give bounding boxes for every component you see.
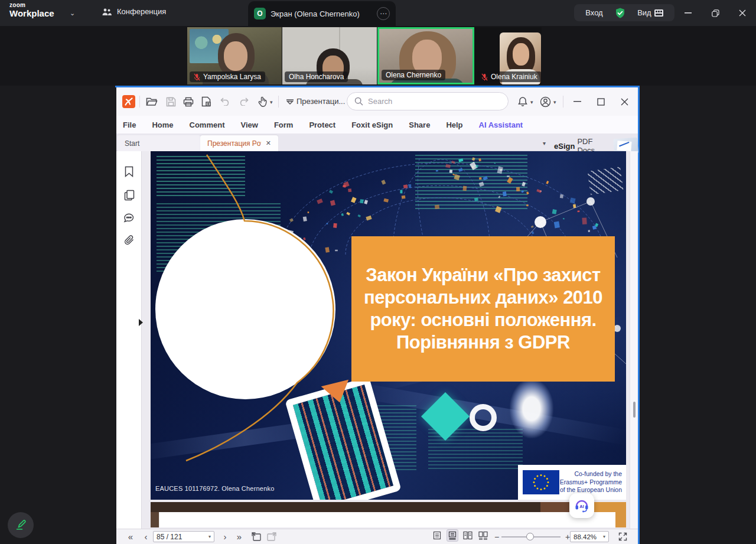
eu-funding-line: Co-funded by the bbox=[559, 470, 622, 478]
print-button[interactable] bbox=[181, 95, 195, 109]
screen-tab-badge: O bbox=[254, 8, 266, 19]
quick-doc-label[interactable]: Презентаци... bbox=[296, 97, 345, 106]
ai-assistant-fab[interactable]: AI bbox=[569, 493, 594, 518]
comments-panel-icon[interactable] bbox=[123, 211, 135, 224]
account-caret-icon[interactable]: ▾ bbox=[553, 99, 556, 105]
esign-promo-bold: eSign bbox=[554, 142, 575, 151]
signin-button[interactable]: Вход bbox=[585, 8, 602, 17]
shield-check-icon[interactable] bbox=[614, 7, 626, 19]
menu-ai-assistant[interactable]: AI Assistant bbox=[479, 120, 523, 129]
participant-name-text: Olha Honcharova bbox=[289, 73, 344, 81]
screen-tab-label: Экран (Olena Chernenko) bbox=[271, 9, 372, 18]
annotate-button[interactable] bbox=[8, 512, 34, 538]
search-icon bbox=[354, 97, 363, 106]
ai-fab-label: AI bbox=[579, 504, 584, 509]
minimize-button[interactable] bbox=[674, 0, 702, 26]
tab-list-caret-icon[interactable]: ▾ bbox=[543, 140, 546, 146]
participant-name: Olena Chernenko bbox=[382, 70, 445, 80]
foxit-maximize-button[interactable] bbox=[594, 95, 608, 109]
zoom-out-button[interactable]: − bbox=[493, 529, 501, 544]
eu-funding-line: of the European Union bbox=[559, 486, 622, 494]
slide-ring-graphic bbox=[470, 404, 497, 431]
eu-funding-text: Co-funded by the Erasmus+ Programme of t… bbox=[559, 470, 626, 494]
menu-share[interactable]: Share bbox=[409, 120, 430, 129]
scrollbar-thumb[interactable] bbox=[633, 402, 636, 418]
next-view-button[interactable] bbox=[265, 529, 278, 544]
close-button[interactable] bbox=[729, 0, 756, 26]
screen-share-tab[interactable]: O Экран (Olena Chernenko) ⋯ bbox=[248, 1, 396, 26]
attachments-panel-icon[interactable] bbox=[123, 234, 135, 246]
foxit-minimize-button[interactable] bbox=[570, 95, 584, 109]
zoom-level-box[interactable]: 88.42% ▾ bbox=[570, 531, 609, 542]
participants-icon bbox=[102, 8, 112, 16]
restore-button[interactable] bbox=[702, 0, 729, 26]
collapse-toolbar-icon[interactable] bbox=[283, 95, 297, 109]
panel-expand-handle[interactable] bbox=[139, 319, 143, 326]
chevron-down-icon[interactable]: ⌄ bbox=[70, 9, 75, 17]
hand-tool-caret-icon[interactable]: ▾ bbox=[270, 99, 273, 105]
foxit-logo bbox=[122, 95, 135, 108]
hand-tool-button[interactable] bbox=[256, 95, 270, 109]
menu-file[interactable]: File bbox=[123, 120, 136, 129]
notifications-bell-icon[interactable] bbox=[516, 95, 530, 109]
tab-presentation[interactable]: Презентация Powe... ✕ bbox=[200, 135, 278, 151]
facing-continuous-view-button[interactable] bbox=[477, 529, 489, 542]
redo-button[interactable] bbox=[237, 95, 251, 109]
bookmarks-panel-icon[interactable] bbox=[123, 165, 135, 178]
zoom-workplace-logo: zoom Workplace bbox=[9, 2, 54, 18]
search-box[interactable] bbox=[347, 92, 509, 110]
create-pdf-button[interactable] bbox=[199, 95, 213, 109]
tab-close-icon[interactable]: ✕ bbox=[266, 139, 271, 147]
page-caret-icon[interactable]: ▾ bbox=[208, 534, 211, 539]
divider bbox=[278, 96, 279, 108]
foxit-pdf-window: ▾ Презентаци... ▾ ▾ File Home bbox=[116, 87, 638, 544]
save-button[interactable] bbox=[164, 95, 178, 109]
search-input[interactable] bbox=[368, 97, 486, 106]
next-page-button[interactable]: › bbox=[220, 529, 230, 544]
menu-form[interactable]: Form bbox=[274, 120, 294, 129]
next-slide-body bbox=[159, 512, 615, 527]
video-tile[interactable]: Olha Honcharova bbox=[282, 27, 377, 84]
video-tile[interactable]: Yampolska Larysa bbox=[187, 27, 282, 84]
video-tile-active-speaker[interactable]: Olena Chernenko bbox=[377, 27, 474, 84]
first-page-button[interactable]: « bbox=[125, 529, 136, 544]
pencil-icon bbox=[14, 519, 27, 532]
tab-more-icon[interactable]: ⋯ bbox=[377, 7, 390, 20]
zoom-caret-icon[interactable]: ▾ bbox=[603, 534, 605, 539]
pdf-slide-page[interactable]: Закон України «Про захист персональних д… bbox=[151, 151, 626, 500]
foxit-close-button[interactable] bbox=[617, 95, 631, 109]
tab-start[interactable]: Start bbox=[118, 135, 200, 151]
menu-help[interactable]: Help bbox=[446, 120, 462, 129]
pages-panel-icon[interactable] bbox=[123, 189, 135, 201]
bell-caret-icon[interactable]: ▾ bbox=[530, 99, 533, 105]
account-icon[interactable] bbox=[538, 95, 552, 109]
continuous-view-button[interactable] bbox=[447, 529, 458, 542]
last-page-button[interactable]: » bbox=[233, 529, 245, 544]
menu-foxit-esign[interactable]: Foxit eSign bbox=[351, 120, 393, 129]
participant-video-strip: Yampolska Larysa Olha Honcharova Olena C… bbox=[0, 26, 756, 86]
grid-view-icon bbox=[654, 9, 663, 17]
video-tile[interactable]: Olena Krainiuk bbox=[475, 27, 542, 84]
fullscreen-button[interactable] bbox=[616, 529, 629, 544]
participant-name: Olha Honcharova bbox=[285, 71, 348, 82]
page-number-box[interactable]: 85 / 121 ▾ bbox=[153, 531, 214, 542]
menu-protect[interactable]: Protect bbox=[309, 120, 335, 129]
avatar-face bbox=[224, 41, 247, 71]
vertical-scrollbar[interactable] bbox=[630, 151, 638, 529]
foxit-document-tabbar: Start Презентация Powe... ✕ ▾ eSign PDF … bbox=[116, 133, 638, 151]
menu-view[interactable]: View bbox=[240, 120, 258, 129]
foxit-menubar: File Home Comment View Form Protect Foxi… bbox=[116, 116, 638, 133]
menu-home[interactable]: Home bbox=[152, 120, 173, 129]
single-page-view-button[interactable] bbox=[431, 529, 443, 542]
zoom-slider-knob[interactable] bbox=[526, 533, 534, 540]
undo-button[interactable] bbox=[218, 95, 232, 109]
nav-meeting-tab[interactable]: Конференция bbox=[102, 7, 166, 16]
next-slide-preview[interactable] bbox=[151, 502, 626, 527]
menu-comment[interactable]: Comment bbox=[190, 120, 225, 129]
open-file-button[interactable] bbox=[145, 95, 159, 109]
facing-view-button[interactable] bbox=[462, 529, 474, 542]
previous-page-button[interactable]: ‹ bbox=[141, 529, 151, 544]
view-button[interactable]: Вид bbox=[637, 8, 663, 17]
previous-view-button[interactable] bbox=[250, 529, 263, 544]
nav-meeting-label: Конференция bbox=[117, 7, 166, 16]
